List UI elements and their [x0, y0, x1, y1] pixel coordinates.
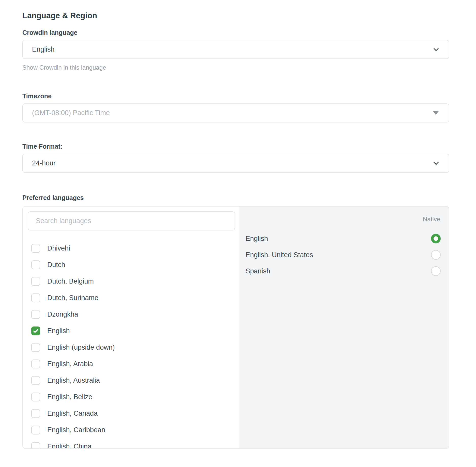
language-option-row[interactable]: Dutch, Belgium [28, 273, 239, 290]
chevron-down-icon [433, 46, 440, 53]
native-language-label: English, United States [245, 251, 431, 259]
chevron-down-icon [433, 160, 440, 167]
selected-languages-pane: Native EnglishEnglish, United StatesSpan… [239, 207, 449, 448]
crowdin-language-field: Crowdin language English Show Crowdin in… [22, 29, 449, 71]
radio-unselected[interactable] [431, 250, 441, 260]
language-option-label: Dutch, Suriname [47, 294, 98, 302]
radio-selected[interactable] [431, 234, 441, 243]
timezone-value: (GMT-08:00) Pacific Time [32, 109, 433, 117]
preferred-languages-label: Preferred languages [22, 194, 449, 201]
language-option-row[interactable]: Dutch, Suriname [28, 290, 239, 306]
native-language-row[interactable]: English, United States [245, 247, 441, 263]
language-checkbox-list: DhivehiDutchDutch, BelgiumDutch, Surinam… [28, 240, 239, 448]
checkbox-unchecked[interactable] [31, 442, 40, 448]
time-format-label: Time Format: [22, 143, 449, 150]
language-option-label: English, Canada [47, 410, 98, 417]
language-picker-pane: DhivehiDutchDutch, BelgiumDutch, Surinam… [23, 207, 239, 448]
native-column-header: Native [245, 216, 441, 223]
language-option-label: Dutch, Belgium [47, 277, 94, 285]
radio-unselected[interactable] [431, 266, 441, 276]
language-option-label: English, China [47, 443, 91, 448]
native-language-row[interactable]: English [245, 230, 441, 247]
native-language-row[interactable]: Spanish [245, 263, 441, 279]
checkbox-unchecked[interactable] [31, 409, 40, 418]
language-option-label: Dutch [47, 261, 65, 269]
checkbox-unchecked[interactable] [31, 310, 40, 319]
language-option-label: Dhivehi [47, 244, 70, 252]
language-option-label: English (upside down) [47, 344, 115, 351]
language-option-row[interactable]: English, Caribbean [28, 422, 239, 438]
checkbox-unchecked[interactable] [31, 343, 40, 352]
checkbox-unchecked[interactable] [31, 293, 40, 302]
language-option-row[interactable]: English, Arabia [28, 356, 239, 372]
language-option-row[interactable]: English, Australia [28, 372, 239, 389]
checkbox-unchecked[interactable] [31, 376, 40, 385]
language-option-row[interactable]: Dhivehi [28, 240, 239, 257]
language-option-row[interactable]: Dzongkha [28, 306, 239, 323]
crowdin-language-select[interactable]: English [22, 40, 449, 59]
language-option-label: Dzongkha [47, 310, 78, 318]
native-language-label: English [245, 235, 431, 243]
native-language-label: Spanish [245, 267, 431, 275]
language-option-row[interactable]: English, Belize [28, 389, 239, 405]
checkbox-unchecked[interactable] [31, 360, 40, 368]
language-option-label: English, Arabia [47, 360, 93, 368]
timezone-select[interactable]: (GMT-08:00) Pacific Time [22, 103, 449, 122]
checkbox-unchecked[interactable] [31, 426, 40, 434]
checkbox-unchecked[interactable] [31, 277, 40, 286]
language-option-row[interactable]: English (upside down) [28, 339, 239, 356]
check-icon [33, 328, 39, 334]
language-option-row[interactable]: English [28, 323, 239, 339]
crowdin-language-value: English [32, 45, 433, 53]
language-option-label: English [47, 327, 70, 335]
time-format-field: Time Format: 24-hour [22, 143, 449, 173]
time-format-value: 24-hour [32, 159, 433, 167]
language-option-label: English, Australia [47, 377, 100, 384]
timezone-label: Timezone [22, 92, 449, 100]
language-option-label: English, Caribbean [47, 426, 105, 434]
language-option-label: English, Belize [47, 393, 92, 401]
checkbox-unchecked[interactable] [31, 393, 40, 401]
language-region-settings-page: Language & Region Crowdin language Engli… [22, 0, 449, 449]
preferred-languages-field: Preferred languages DhivehiDutchDutch, B… [22, 194, 449, 449]
page-title: Language & Region [22, 11, 449, 20]
crowdin-language-label: Crowdin language [22, 29, 449, 36]
caret-down-icon [433, 111, 439, 115]
language-option-row[interactable]: English, Canada [28, 405, 239, 422]
search-languages-input[interactable] [28, 211, 235, 230]
checkbox-unchecked[interactable] [31, 244, 40, 253]
checkbox-checked[interactable] [31, 326, 40, 335]
language-option-row[interactable]: English, China [28, 438, 239, 448]
checkbox-unchecked[interactable] [31, 260, 40, 269]
crowdin-language-help: Show Crowdin in this language [22, 64, 449, 71]
time-format-select[interactable]: 24-hour [22, 154, 449, 173]
preferred-languages-panel: DhivehiDutchDutch, BelgiumDutch, Surinam… [22, 206, 449, 449]
timezone-field: Timezone (GMT-08:00) Pacific Time [22, 92, 449, 122]
native-language-list: EnglishEnglish, United StatesSpanish [245, 230, 441, 279]
language-option-row[interactable]: Dutch [28, 257, 239, 273]
